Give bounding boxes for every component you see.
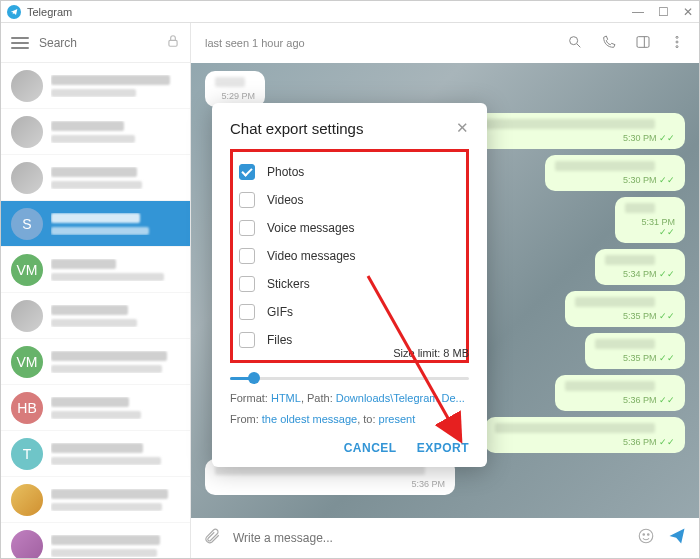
avatar: S — [11, 208, 43, 240]
svg-rect-2 — [637, 37, 649, 48]
avatar — [11, 116, 43, 148]
avatar — [11, 300, 43, 332]
avatar — [11, 530, 43, 559]
checkbox[interactable] — [239, 192, 255, 208]
avatar: T — [11, 438, 43, 470]
message-bubble: 5:30 PM ✓✓ — [545, 155, 685, 191]
export-option[interactable]: Stickers — [239, 270, 456, 298]
message-bubble: 5:35 PM ✓✓ — [565, 291, 685, 327]
option-label: Videos — [267, 193, 303, 207]
option-label: Stickers — [267, 277, 310, 291]
export-option[interactable]: Video messages — [239, 242, 456, 270]
search-icon[interactable] — [567, 34, 583, 52]
chat-header: last seen 1 hour ago — [191, 23, 699, 63]
checkbox[interactable] — [239, 164, 255, 180]
chat-list-item[interactable]: VM — [1, 247, 190, 293]
svg-point-6 — [639, 529, 653, 543]
chat-list-item[interactable]: T — [1, 431, 190, 477]
size-limit-label: Size limit: 8 MB — [393, 347, 469, 359]
call-icon[interactable] — [601, 34, 617, 52]
export-option[interactable]: Photos — [239, 158, 456, 186]
message-bubble: 5:36 PM ✓✓ — [485, 417, 685, 453]
send-icon[interactable] — [667, 526, 687, 550]
message-bubble: 5:31 PM ✓✓ — [615, 197, 685, 243]
size-limit-slider[interactable] — [230, 377, 469, 380]
format-path-line: Format: HTML, Path: Downloads\Telegram D… — [230, 390, 469, 407]
checkbox[interactable] — [239, 220, 255, 236]
message-bubble: 5:36 PM ✓✓ — [555, 375, 685, 411]
cancel-button[interactable]: CANCEL — [344, 441, 397, 455]
svg-point-3 — [676, 36, 678, 38]
chat-list-item[interactable] — [1, 523, 190, 558]
sidebar: S VM VM HB T — [1, 23, 191, 558]
chat-list-item[interactable] — [1, 109, 190, 155]
sidebar-toggle-icon[interactable] — [635, 34, 651, 52]
checkbox[interactable] — [239, 332, 255, 348]
telegram-logo-icon — [7, 5, 21, 19]
lock-icon[interactable] — [166, 34, 180, 52]
to-link[interactable]: present — [379, 413, 416, 425]
menu-icon[interactable] — [11, 37, 29, 49]
message-input[interactable] — [233, 531, 625, 545]
close-window-button[interactable]: ✕ — [683, 5, 693, 19]
from-to-line: From: the oldest message, to: present — [230, 411, 469, 428]
option-label: Photos — [267, 165, 304, 179]
modal-title: Chat export settings — [230, 120, 363, 137]
svg-point-1 — [570, 37, 578, 45]
export-options-group: PhotosVideosVoice messagesVideo messages… — [230, 149, 469, 363]
svg-rect-0 — [169, 40, 177, 46]
window-titlebar: Telegram — ☐ ✕ — [1, 1, 699, 23]
chat-list-item[interactable] — [1, 155, 190, 201]
chat-status: last seen 1 hour ago — [205, 37, 305, 49]
chat-list: S VM VM HB T — [1, 63, 190, 558]
option-label: GIFs — [267, 305, 293, 319]
option-label: Video messages — [267, 249, 356, 263]
avatar: VM — [11, 346, 43, 378]
export-option[interactable]: Voice messages — [239, 214, 456, 242]
close-icon[interactable]: ✕ — [456, 119, 469, 137]
chat-export-settings-modal: Chat export settings ✕ PhotosVideosVoice… — [212, 103, 487, 467]
chat-list-item[interactable]: S — [1, 201, 190, 247]
export-option[interactable]: Videos — [239, 186, 456, 214]
path-link[interactable]: Downloads\Telegram De... — [336, 392, 465, 404]
chat-list-item[interactable]: VM — [1, 339, 190, 385]
app-title: Telegram — [27, 6, 72, 18]
message-bubble: 5:29 PM — [205, 71, 265, 107]
option-label: Files — [267, 333, 292, 347]
svg-point-5 — [676, 46, 678, 48]
avatar — [11, 484, 43, 516]
checkbox[interactable] — [239, 248, 255, 264]
format-link[interactable]: HTML — [271, 392, 301, 404]
message-bubble: 5:34 PM ✓✓ — [595, 249, 685, 285]
checkbox[interactable] — [239, 304, 255, 320]
search-input[interactable] — [39, 30, 156, 56]
avatar: VM — [11, 254, 43, 286]
message-bubble: 5:35 PM ✓✓ — [585, 333, 685, 369]
message-composer — [191, 518, 699, 558]
avatar — [11, 70, 43, 102]
chat-list-item[interactable] — [1, 293, 190, 339]
export-button[interactable]: EXPORT — [417, 441, 469, 455]
option-label: Voice messages — [267, 221, 354, 235]
avatar: HB — [11, 392, 43, 424]
chat-list-item[interactable] — [1, 477, 190, 523]
avatar — [11, 162, 43, 194]
chat-list-item[interactable] — [1, 63, 190, 109]
more-icon[interactable] — [669, 34, 685, 52]
emoji-icon[interactable] — [637, 527, 655, 549]
export-option[interactable]: GIFs — [239, 298, 456, 326]
minimize-button[interactable]: — — [632, 5, 644, 19]
svg-point-7 — [643, 534, 645, 536]
svg-point-8 — [648, 534, 650, 536]
maximize-button[interactable]: ☐ — [658, 5, 669, 19]
svg-point-4 — [676, 41, 678, 43]
attach-icon[interactable] — [203, 527, 221, 549]
checkbox[interactable] — [239, 276, 255, 292]
chat-list-item[interactable]: HB — [1, 385, 190, 431]
from-link[interactable]: the oldest message — [262, 413, 357, 425]
